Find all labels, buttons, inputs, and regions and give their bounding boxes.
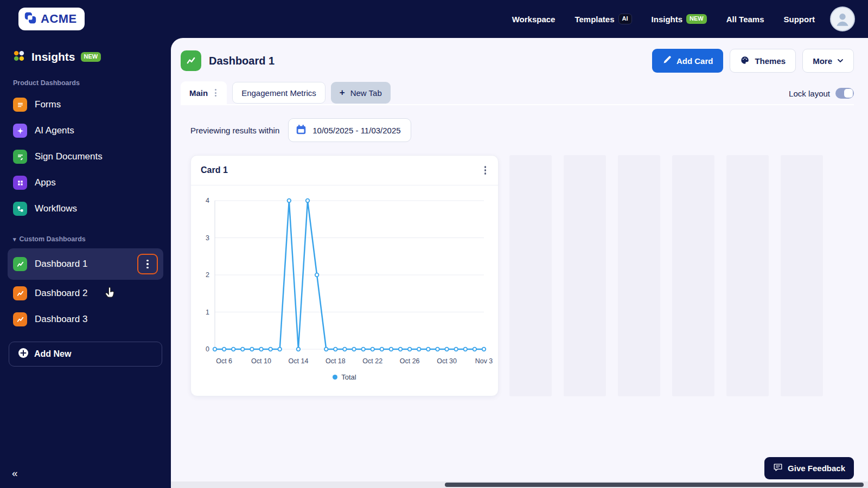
dashboard-icon: [13, 257, 27, 271]
workflows-icon: [13, 202, 27, 216]
svg-text:Oct 22: Oct 22: [362, 357, 382, 365]
sidebar-items: Forms AI Agents Sign Documents Apps Work…: [0, 92, 171, 221]
nav-label: Support: [784, 15, 815, 24]
ai-badge: AI: [618, 14, 632, 24]
tab-main[interactable]: Main: [181, 81, 227, 104]
forms-icon: [13, 98, 27, 112]
sidebar-item-label: Workflows: [35, 203, 77, 214]
dashboard-grid: Card 1 01234Oct 6Oct 10Oct 14Oct 18Oct 2…: [190, 155, 854, 396]
nav-label: Insights: [652, 15, 683, 24]
sidebar-item-ai-agents[interactable]: AI Agents: [8, 118, 163, 143]
card-1: Card 1 01234Oct 6Oct 10Oct 14Oct 18Oct 2…: [190, 155, 499, 396]
add-new-label: Add New: [34, 349, 71, 359]
date-range-value: 10/05/2025 - 11/03/2025: [312, 126, 400, 135]
avatar[interactable]: [830, 7, 855, 31]
person-icon: [833, 10, 852, 28]
dashboard-title-icon: [181, 50, 201, 71]
apps-icon: [13, 176, 27, 190]
acme-logo-icon: [24, 11, 37, 27]
chevron-down-icon: [837, 56, 844, 66]
date-range-picker[interactable]: 10/05/2025 - 11/03/2025: [288, 118, 411, 142]
sidebar-item-dashboard-2[interactable]: Dashboard 2: [8, 281, 163, 306]
sidebar-item-forms[interactable]: Forms: [8, 92, 163, 117]
svg-text:1: 1: [206, 308, 209, 316]
horizontal-scrollbar[interactable]: [171, 481, 868, 488]
give-feedback-label: Give Feedback: [788, 464, 845, 473]
preview-label: Previewing results within: [190, 126, 279, 135]
lock-layout-toggle[interactable]: [835, 88, 854, 99]
legend-dot: [333, 375, 337, 380]
tab-engagement-metrics[interactable]: Engagement Metrics: [232, 82, 326, 104]
insights-app-icon: [12, 49, 26, 65]
plus-circle-icon: [18, 348, 29, 361]
svg-text:Oct 18: Oct 18: [326, 357, 346, 365]
grid-placeholder: [564, 155, 606, 396]
tab-kebab-icon[interactable]: [213, 87, 218, 98]
sidebar-item-label: Sign Documents: [35, 151, 103, 162]
new-badge: NEW: [686, 14, 707, 23]
collapse-sidebar-icon[interactable]: «: [12, 467, 18, 479]
sidebar-item-label: AI Agents: [35, 125, 74, 136]
grid-placeholders: [509, 155, 823, 396]
sidebar-item-label: Forms: [35, 99, 61, 110]
lock-layout-control: Lock layout: [789, 88, 854, 104]
pen-icon: [662, 55, 672, 66]
add-card-button[interactable]: Add Card: [652, 49, 724, 73]
nav-templates[interactable]: Templates AI: [575, 14, 631, 24]
card-title: Card 1: [201, 165, 228, 175]
svg-text:Oct 10: Oct 10: [251, 357, 271, 365]
sidebar-item-label: Dashboard 1: [35, 259, 87, 269]
page-title: Dashboard 1: [209, 55, 275, 67]
card-chart: 01234Oct 6Oct 10Oct 14Oct 18Oct 22Oct 26…: [195, 191, 493, 368]
svg-text:2: 2: [206, 271, 209, 279]
sidebar-app-row: Insights NEW: [0, 38, 171, 65]
svg-text:0: 0: [206, 345, 209, 353]
chart-legend: Total: [191, 370, 498, 388]
card-kebab-icon[interactable]: [482, 164, 489, 177]
nav-label: Templates: [575, 15, 614, 24]
section-custom-dashboards[interactable]: ▾ Custom Dashboards: [13, 235, 171, 243]
svg-text:4: 4: [206, 197, 209, 204]
nav-insights[interactable]: Insights NEW: [652, 14, 707, 23]
new-tab-button[interactable]: + New Tab: [331, 82, 391, 104]
calendar-icon: [295, 124, 307, 137]
horizontal-scrollbar-thumb[interactable]: [445, 483, 864, 487]
sidebar-item-workflows[interactable]: Workflows: [8, 196, 163, 221]
nav-workspace[interactable]: Workspace: [512, 15, 556, 24]
palette-icon: [740, 55, 750, 67]
sidebar-item-label: Dashboard 3: [35, 314, 87, 325]
new-badge: NEW: [81, 52, 101, 61]
sidebar-item-label: Apps: [35, 177, 56, 188]
sidebar-dashboards: Dashboard 1 Dashboard 2 Dashboard 3: [0, 248, 171, 332]
acme-logo[interactable]: ACME: [18, 8, 85, 30]
grid-placeholder: [509, 155, 552, 396]
sidebar-item-dashboard-1[interactable]: Dashboard 1: [8, 248, 163, 280]
sign-documents-icon: [13, 150, 27, 164]
nav-label: All Teams: [726, 15, 764, 24]
top-nav: Workspace Templates AI Insights NEW All …: [512, 14, 815, 24]
sidebar-item-dashboard-3[interactable]: Dashboard 3: [8, 307, 163, 332]
dashboard-kebab-button[interactable]: [137, 254, 158, 274]
sidebar-app-title: Insights: [31, 50, 75, 63]
svg-text:Oct 26: Oct 26: [400, 357, 420, 365]
themes-button[interactable]: Themes: [730, 49, 796, 73]
svg-text:Oct 14: Oct 14: [289, 357, 309, 365]
tab-bar: Main Engagement Metrics + New Tab Lock l…: [181, 81, 854, 105]
dashboard-icon: [13, 286, 27, 300]
header-buttons: Add Card Themes More: [652, 49, 854, 73]
nav-support[interactable]: Support: [784, 15, 815, 24]
sidebar-item-apps[interactable]: Apps: [8, 170, 163, 195]
sidebar-item-sign-documents[interactable]: Sign Documents: [8, 144, 163, 169]
grid-placeholder: [618, 155, 660, 396]
ai-agents-icon: [13, 124, 27, 138]
more-button[interactable]: More: [802, 49, 854, 73]
legend-label: Total: [341, 373, 356, 381]
topbar: ACME Workspace Templates AI Insights NEW…: [0, 0, 868, 38]
preview-row: Previewing results within 10/05/2025 - 1…: [190, 118, 868, 142]
grid-placeholder: [672, 155, 714, 396]
nav-label: Workspace: [512, 15, 556, 24]
dashboard-icon: [13, 312, 27, 326]
nav-all-teams[interactable]: All Teams: [726, 15, 764, 24]
give-feedback-button[interactable]: Give Feedback: [764, 457, 854, 479]
add-new-button[interactable]: Add New: [9, 342, 162, 367]
